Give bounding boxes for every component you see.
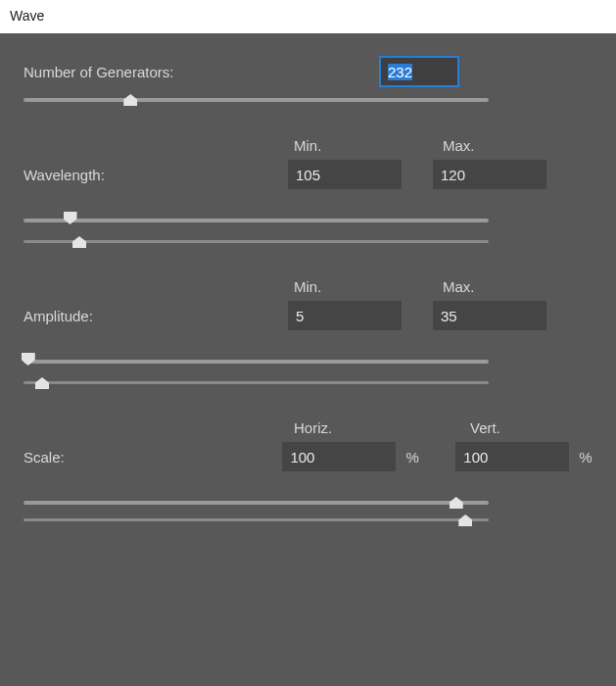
amplitude-max-slider[interactable]	[24, 381, 489, 384]
generators-input[interactable]	[380, 57, 458, 86]
wave-panel: Number of Generators: Min. Max. Waveleng…	[0, 33, 616, 686]
wavelength-min-slider-thumb[interactable]	[64, 212, 77, 224]
wavelength-max-input[interactable]	[433, 160, 546, 189]
amplitude-min-label: Min.	[288, 278, 405, 295]
scale-horiz-slider[interactable]	[24, 501, 489, 505]
generators-label: Number of Generators:	[24, 64, 288, 80]
scale-horiz-input[interactable]	[282, 442, 396, 471]
amplitude-max-slider-thumb[interactable]	[35, 377, 49, 389]
amplitude-min-slider[interactable]	[24, 360, 489, 364]
amplitude-min-slider-thumb[interactable]	[22, 353, 35, 366]
amplitude-label: Amplitude:	[24, 308, 288, 324]
scale-horiz-unit: %	[396, 449, 421, 466]
wavelength-label: Wavelength:	[24, 167, 288, 183]
amplitude-max-label: Max.	[437, 278, 554, 295]
wavelength-max-slider-thumb[interactable]	[72, 236, 86, 248]
scale-vert-slider-thumb[interactable]	[458, 514, 472, 526]
scale-vert-label: Vert.	[464, 419, 582, 436]
wavelength-max-slider[interactable]	[24, 240, 489, 243]
wavelength-min-input[interactable]	[288, 160, 402, 189]
generators-slider[interactable]	[24, 98, 489, 102]
wavelength-min-label: Min.	[288, 137, 405, 154]
amplitude-min-input[interactable]	[288, 301, 402, 330]
scale-vert-slider[interactable]	[24, 518, 489, 521]
scale-vert-input[interactable]	[455, 442, 569, 471]
scale-horiz-slider-thumb[interactable]	[450, 497, 463, 509]
wavelength-min-slider[interactable]	[24, 219, 489, 222]
dialog-titlebar: Wave	[0, 0, 616, 33]
generators-slider-thumb[interactable]	[123, 94, 137, 106]
amplitude-max-input[interactable]	[433, 301, 546, 330]
scale-horiz-label: Horiz.	[288, 419, 405, 436]
scale-label: Scale:	[24, 449, 282, 466]
wavelength-max-label: Max.	[437, 137, 554, 154]
scale-vert-unit: %	[569, 449, 594, 466]
dialog-title: Wave	[10, 8, 44, 24]
